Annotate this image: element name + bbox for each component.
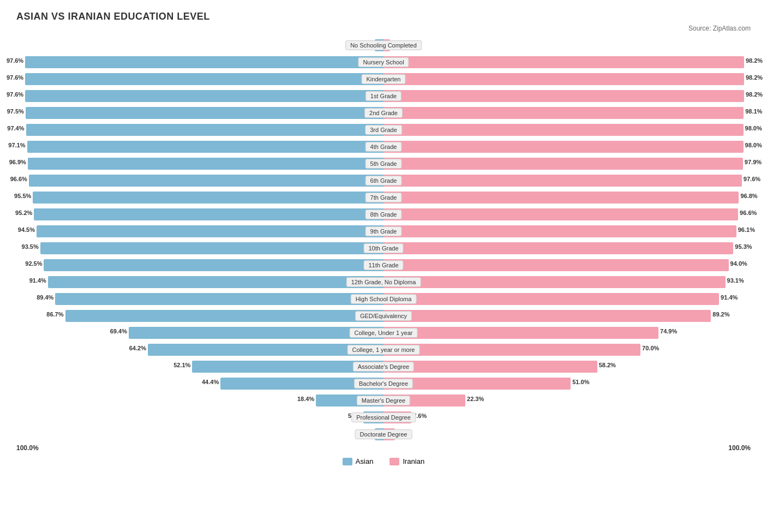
bar-category-label: Master's Degree [357, 396, 410, 405]
asian-bar [65, 310, 384, 322]
iranian-value-label: 98.2% [744, 57, 763, 64]
asian-bar [40, 242, 384, 254]
asian-value-label: 93.5% [22, 243, 40, 250]
bar-row: Bachelor's Degree44.4%51.0% [16, 376, 751, 391]
bar-row: Professional Degree5.5%7.6% [16, 410, 751, 425]
asian-value-label: 95.5% [14, 193, 33, 199]
iranian-value-label: 22.3% [465, 396, 484, 402]
chart-area: No Schooling Completed2.4%1.8%Nursery Sc… [16, 38, 751, 442]
iranian-value-label: 98.0% [744, 125, 762, 131]
asian-bar [26, 107, 384, 119]
bar-category-label: 9th Grade [365, 226, 402, 236]
asian-value-label: 97.1% [8, 142, 27, 148]
legend-iranian-box [390, 458, 399, 465]
asian-value-label: 96.6% [10, 176, 29, 182]
bar-row: Doctorate Degree2.4%3.1% [16, 427, 751, 442]
bar-category-label: 11th Grade [363, 260, 403, 270]
asian-value-label: 86.7% [46, 311, 65, 318]
asian-value-label: 97.6% [7, 57, 25, 64]
iranian-value-label: 96.1% [736, 226, 755, 233]
iranian-bar [384, 293, 719, 305]
bar-category-label: 5th Grade [365, 159, 402, 169]
bar-category-label: 3rd Grade [365, 125, 402, 135]
iranian-bar [384, 208, 738, 220]
bar-category-label: 7th Grade [365, 193, 402, 202]
bar-category-label: College, Under 1 year [349, 328, 417, 338]
axis-labels: 100.0% 100.0% [16, 444, 751, 452]
legend: Asian Iranian [16, 457, 751, 465]
iranian-bar [384, 124, 744, 136]
iranian-bar [384, 158, 743, 170]
legend-iranian: Iranian [390, 457, 424, 465]
iranian-value-label: 98.2% [744, 74, 763, 81]
iranian-bar [384, 56, 744, 68]
bar-category-label: 10th Grade [363, 243, 403, 253]
iranian-value-label: 98.2% [744, 91, 763, 98]
iranian-value-label: 51.0% [571, 379, 589, 385]
asian-bar [29, 175, 384, 187]
iranian-bar [384, 344, 640, 356]
asian-bar [33, 192, 384, 204]
bar-category-label: Doctorate Degree [355, 429, 412, 439]
asian-value-label: 94.5% [18, 226, 37, 233]
iranian-bar [384, 73, 744, 85]
bar-category-label: 1st Grade [365, 91, 402, 101]
bar-row: 7th Grade95.5%96.8% [16, 190, 751, 205]
asian-value-label: 52.1% [173, 362, 192, 368]
asian-bar [25, 56, 384, 68]
iranian-value-label: 93.1% [726, 277, 744, 284]
iranian-bar [384, 327, 658, 339]
asian-bar [55, 293, 384, 305]
bar-row: 2nd Grade97.5%98.1% [16, 105, 751, 121]
bar-category-label: 12th Grade, No Diploma [346, 277, 421, 287]
iranian-bar [384, 141, 744, 153]
bar-row: GED/Equivalency86.7%89.2% [16, 308, 751, 324]
iranian-bar [384, 225, 736, 237]
bar-row: 4th Grade97.1%98.0% [16, 139, 751, 154]
legend-iranian-label: Iranian [403, 457, 424, 465]
iranian-bar [384, 310, 711, 322]
asian-value-label: 44.4% [202, 379, 220, 385]
iranian-bar [384, 90, 744, 102]
iranian-value-label: 98.0% [744, 142, 762, 148]
bar-row: College, 1 year or more64.2%70.0% [16, 342, 751, 357]
iranian-bar [384, 242, 733, 254]
bar-category-label: Nursery School [358, 57, 409, 67]
iranian-value-label: 94.0% [729, 260, 747, 267]
bar-row: High School Diploma89.4%91.4% [16, 291, 751, 307]
asian-bar [44, 259, 384, 271]
bar-category-label: Bachelor's Degree [354, 379, 413, 388]
iranian-bar [384, 175, 742, 187]
asian-bar [129, 327, 384, 339]
bar-row: 6th Grade96.6%97.6% [16, 173, 751, 188]
iranian-bar [384, 192, 739, 204]
bar-category-label: No Schooling Completed [345, 40, 422, 50]
iranian-value-label: 89.2% [711, 311, 729, 318]
iranian-value-label: 97.9% [743, 159, 762, 165]
asian-value-label: 97.6% [7, 91, 25, 98]
legend-asian-label: Asian [356, 457, 374, 465]
bar-category-label: 2nd Grade [364, 108, 403, 118]
bar-category-label: College, 1 year or more [347, 345, 420, 355]
iranian-value-label: 96.8% [739, 193, 757, 199]
asian-value-label: 69.4% [110, 328, 129, 334]
bar-row: 8th Grade95.2%96.6% [16, 207, 751, 222]
bar-row: 1st Grade97.6%98.2% [16, 88, 751, 104]
asian-bar [26, 124, 384, 136]
bar-category-label: 4th Grade [365, 142, 402, 152]
asian-bar [27, 141, 384, 153]
bar-category-label: Kindergarten [362, 74, 406, 84]
bar-row: Kindergarten97.6%98.2% [16, 71, 751, 87]
bar-row: 11th Grade92.5%94.0% [16, 258, 751, 273]
bar-category-label: GED/Equivalency [355, 311, 412, 321]
asian-value-label: 97.5% [7, 108, 26, 115]
asian-value-label: 18.4% [297, 396, 316, 402]
iranian-value-label: 97.6% [742, 176, 760, 182]
asian-bar [37, 225, 384, 237]
asian-value-label: 91.4% [29, 277, 48, 284]
iranian-value-label: 91.4% [719, 294, 738, 301]
iranian-value-label: 98.1% [744, 108, 762, 115]
bar-row: 3rd Grade97.4%98.0% [16, 122, 751, 138]
bar-row: College, Under 1 year69.4%74.9% [16, 325, 751, 340]
bar-category-label: 6th Grade [365, 176, 402, 186]
